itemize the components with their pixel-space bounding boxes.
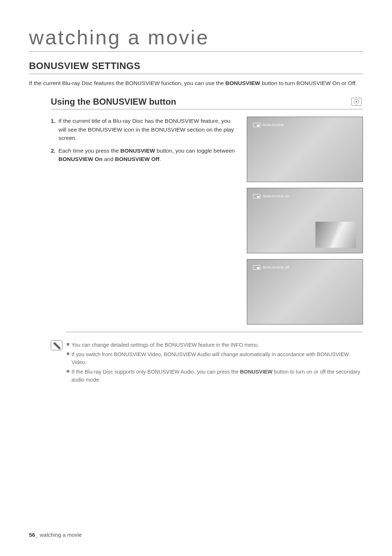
step-1-number: 1. <box>51 117 56 142</box>
step-2f: BONUSVIEW Off <box>115 156 159 162</box>
step-2-text: Each time you press the BONUSVIEW button… <box>58 146 238 164</box>
preview-screen-3: BONUSVIEW Off <box>247 259 363 325</box>
note-3a: If the Blu-ray Disc supports only BONUSV… <box>72 369 240 375</box>
note-1-text: You can change detailed settings of the … <box>72 341 363 349</box>
pip-window <box>315 222 356 248</box>
step-2a: Each time you press the <box>58 148 121 154</box>
step-2b: BONUSVIEW <box>121 148 155 154</box>
step-2c: button, you can toggle between <box>155 148 235 154</box>
intro-text-a: If the current Blu-ray Disc features the… <box>29 80 225 86</box>
footer-page-number: 56_ <box>29 532 38 538</box>
note-3: If the Blu-ray Disc supports only BONUSV… <box>67 368 363 384</box>
bullet-icon <box>67 352 69 355</box>
footer-section-name: watching a movie <box>40 532 82 538</box>
note-pencil-icon <box>51 340 62 350</box>
step-2e: and <box>102 156 115 162</box>
bullet-icon <box>67 343 69 346</box>
intro-paragraph: If the current Blu-ray Disc features the… <box>29 79 363 87</box>
step-1-text: If the current title of a Blu-ray Disc h… <box>58 117 238 142</box>
preview-screen-1: BONUSVIEW <box>247 117 363 182</box>
page-footer: 56_ watching a movie <box>29 532 82 538</box>
page-title: watching a movie <box>29 25 363 52</box>
disc-icon <box>351 98 362 106</box>
bullet-icon <box>67 370 69 372</box>
intro-text-b: button to turn BONUSVIEW On or Off. <box>260 80 357 86</box>
step-2d: BONUSVIEW On <box>58 156 102 162</box>
bonusview-pip-icon <box>253 265 260 270</box>
bonusview-pip-icon <box>253 123 260 127</box>
screen1-label: BONUSVIEW <box>263 123 284 127</box>
subheading-using-bonusview-button: Using the BONUSVIEW button <box>51 97 176 107</box>
screen2-label: BONUSVIEW On <box>263 194 289 198</box>
note-3b: BONUSVIEW <box>240 369 272 375</box>
note-3-text: If the Blu-ray Disc supports only BONUSV… <box>72 368 363 384</box>
bonusview-pip-icon <box>253 194 260 198</box>
step-1: 1. If the current title of a Blu-ray Dis… <box>51 117 238 142</box>
note-2: If you switch from BONUSVIEW Video, BONU… <box>67 350 363 367</box>
note-2-text: If you switch from BONUSVIEW Video, BONU… <box>72 350 363 367</box>
intro-bold-bonusview: BONUSVIEW <box>225 80 260 86</box>
notes-block: You can change detailed settings of the … <box>51 340 363 385</box>
note-1: You can change detailed settings of the … <box>67 341 363 349</box>
step-2g: . <box>159 156 161 162</box>
section-heading-bonusview-settings: BONUSVIEW SETTINGS <box>29 60 363 74</box>
step-2: 2. Each time you press the BONUSVIEW but… <box>51 146 238 164</box>
step-2-number: 2. <box>51 146 56 164</box>
preview-screen-2: BONUSVIEW On <box>247 188 363 253</box>
screen3-label: BONUSVIEW Off <box>263 266 289 269</box>
